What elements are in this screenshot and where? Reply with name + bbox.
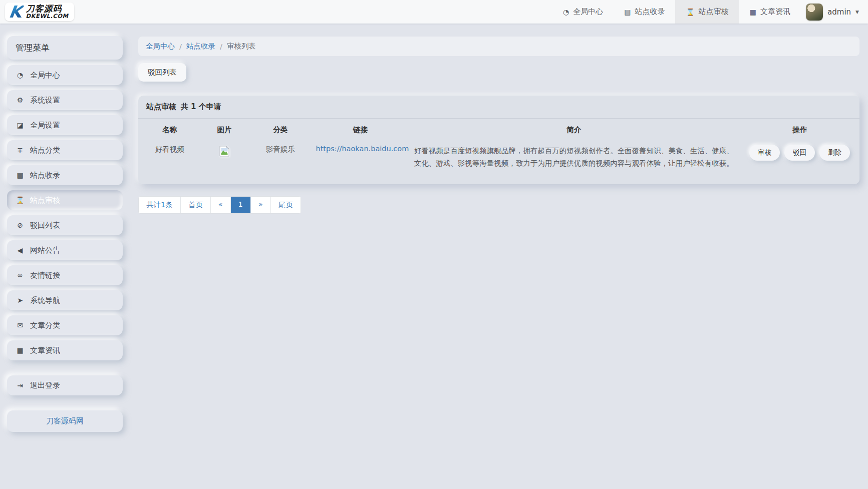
avatar <box>806 4 823 21</box>
breadcrumb-site-index[interactable]: 站点收录 <box>186 42 215 51</box>
sidebar-item-system-nav[interactable]: ➤ 系统导航 <box>7 290 123 310</box>
col-header-description: 简介 <box>408 119 740 140</box>
col-header-link: 链接 <box>313 119 408 140</box>
brand-logo[interactable]: K 刀客源码 DKEWL.COM <box>5 3 74 21</box>
image-icon: ◪ <box>16 121 25 129</box>
col-header-actions: 操作 <box>740 119 859 140</box>
table-row: 好看视频 <box>138 140 859 184</box>
brand-mark: K <box>7 4 24 20</box>
sidebar-item-system-settings[interactable]: ⚙ 系统设置 <box>7 90 123 110</box>
pagination-last[interactable]: 尾页 <box>271 197 301 213</box>
broken-image-icon <box>218 145 231 159</box>
book-icon: ▤ <box>624 8 631 16</box>
sitemap-icon: ∓ <box>16 146 25 154</box>
dashboard-icon: ◔ <box>16 71 25 79</box>
sidebar-item-site-review[interactable]: ⌛ 站点审核 <box>7 190 123 210</box>
handshake-icon: ∞ <box>16 271 25 279</box>
bullhorn-icon: ◀ <box>16 246 25 254</box>
review-table: 名称 图片 分类 链接 简介 操作 好看视频 <box>138 119 859 184</box>
user-name: admin <box>827 8 851 17</box>
breadcrumb: 全局中心 / 站点收录 / 审核列表 <box>138 37 859 56</box>
topnav-label: 站点审核 <box>699 7 729 17</box>
hourglass-icon: ⌛ <box>686 8 694 16</box>
cell-site-image <box>201 140 248 184</box>
pagination: 共计1条 首页 « 1 » 尾页 <box>138 196 301 214</box>
sign-out-icon: ⇥ <box>16 381 25 389</box>
panel-title: 站点审核 <box>146 102 176 111</box>
topnav-global-center[interactable]: ◔ 全局中心 <box>552 0 614 24</box>
topnav-site-index[interactable]: ▤ 站点收录 <box>614 0 675 24</box>
reject-button[interactable]: 驳回 <box>784 145 815 161</box>
app-root: K 刀客源码 DKEWL.COM ◔ 全局中心 ▤ 站点收录 ⌛ 站点审核 ▦ … <box>0 0 868 489</box>
sidebar-item-label: 站点审核 <box>30 196 60 205</box>
newspaper-icon: ▦ <box>16 346 25 354</box>
sidebar-item-friend-links[interactable]: ∞ 友情链接 <box>7 265 123 285</box>
brand-domain: DKEWL.COM <box>26 13 69 19</box>
sidebar-item-logout[interactable]: ⇥ 退出登录 <box>7 375 123 395</box>
cell-site-category: 影音娱乐 <box>248 140 313 184</box>
sidebar-item-site-announcement[interactable]: ◀ 网站公告 <box>7 240 123 260</box>
sidebar-item-label: 系统设置 <box>30 96 60 105</box>
main-content: 全局中心 / 站点收录 / 审核列表 驳回列表 站点审核 共 1 个申请 <box>123 24 868 234</box>
sidebar-item-label: 友情链接 <box>30 271 60 280</box>
site-link[interactable]: https://haokan.baidu.com <box>316 145 409 153</box>
reject-list-button[interactable]: 驳回列表 <box>138 63 186 82</box>
sidebar-footer-link[interactable]: 刀客源码网 <box>7 410 123 432</box>
newspaper-icon: ▦ <box>750 8 756 16</box>
topnav-label: 站点收录 <box>635 7 665 17</box>
pagination-first[interactable]: 首页 <box>181 197 211 213</box>
user-menu[interactable]: admin ▼ <box>801 0 868 24</box>
review-panel: 站点审核 共 1 个申请 名称 图片 分类 链接 简介 <box>138 96 859 184</box>
envelope-icon: ✉ <box>16 321 25 329</box>
cell-site-description: 好看视频是百度短视频旗舰品牌，拥有超百万的短视频创作者。全面覆盖知识、美食、生活… <box>411 145 737 170</box>
topnav-article-news[interactable]: ▦ 文章资讯 <box>739 0 801 24</box>
pagination-prev[interactable]: « <box>211 197 231 213</box>
location-arrow-icon: ➤ <box>16 296 25 304</box>
topnav-site-review[interactable]: ⌛ 站点审核 <box>675 0 739 24</box>
pagination-next[interactable]: » <box>251 197 271 213</box>
sidebar-item-label: 文章分类 <box>30 321 60 330</box>
col-header-image: 图片 <box>201 119 248 140</box>
col-header-name: 名称 <box>138 119 201 140</box>
breadcrumb-separator: / <box>179 43 182 51</box>
dashboard-icon: ◔ <box>563 8 569 16</box>
sidebar-item-article-category[interactable]: ✉ 文章分类 <box>7 315 123 335</box>
col-header-category: 分类 <box>248 119 313 140</box>
sidebar-item-label: 系统导航 <box>30 296 60 305</box>
sidebar-item-article-news[interactable]: ▦ 文章资讯 <box>7 340 123 360</box>
sidebar-item-global-settings[interactable]: ◪ 全局设置 <box>7 115 123 135</box>
gear-icon: ⚙ <box>16 96 25 104</box>
pagination-total: 共计1条 <box>139 197 181 213</box>
topnav-label: 全局中心 <box>573 7 603 17</box>
book-icon: ▤ <box>16 171 25 179</box>
pagination-page-1[interactable]: 1 <box>231 197 251 213</box>
sidebar-item-reject-list[interactable]: ⊘ 驳回列表 <box>7 215 123 235</box>
sidebar-item-label: 文章资讯 <box>30 346 60 355</box>
hourglass-icon: ⌛ <box>16 196 25 204</box>
sidebar-item-label: 全局设置 <box>30 121 60 130</box>
sidebar-item-global-center[interactable]: ◔ 全局中心 <box>7 65 123 85</box>
breadcrumb-global-center[interactable]: 全局中心 <box>146 42 175 51</box>
table-header-row: 名称 图片 分类 链接 简介 操作 <box>138 119 859 140</box>
breadcrumb-separator: / <box>220 43 222 51</box>
sidebar-item-site-category[interactable]: ∓ 站点分类 <box>7 140 123 160</box>
sidebar-item-label: 站点收录 <box>30 171 60 180</box>
ban-icon: ⊘ <box>16 221 25 229</box>
breadcrumb-current: 审核列表 <box>227 42 256 51</box>
approve-button[interactable]: 审核 <box>749 145 780 161</box>
delete-button[interactable]: 删除 <box>819 145 850 161</box>
sidebar-header: 管理菜单 <box>7 36 123 60</box>
topnav-label: 文章资讯 <box>760 7 790 17</box>
sidebar-item-label: 退出登录 <box>30 381 60 390</box>
sidebar-item-label: 网站公告 <box>30 246 60 255</box>
sidebar: 管理菜单 ◔ 全局中心 ⚙ 系统设置 ◪ 全局设置 ∓ 站点分类 ▤ 站点收录 <box>0 24 123 447</box>
sidebar-item-label: 全局中心 <box>30 71 60 80</box>
sidebar-spacer <box>7 365 123 375</box>
row-actions: 审核 驳回 删除 <box>743 145 856 161</box>
sidebar-item-site-index[interactable]: ▤ 站点收录 <box>7 165 123 185</box>
sidebar-item-label: 驳回列表 <box>30 221 60 230</box>
panel-header: 站点审核 共 1 个申请 <box>138 96 859 119</box>
cell-site-name: 好看视频 <box>138 140 201 184</box>
top-navigation: ◔ 全局中心 ▤ 站点收录 ⌛ 站点审核 ▦ 文章资讯 admin ▼ <box>552 0 868 24</box>
brand-name: 刀客源码 <box>26 5 69 14</box>
